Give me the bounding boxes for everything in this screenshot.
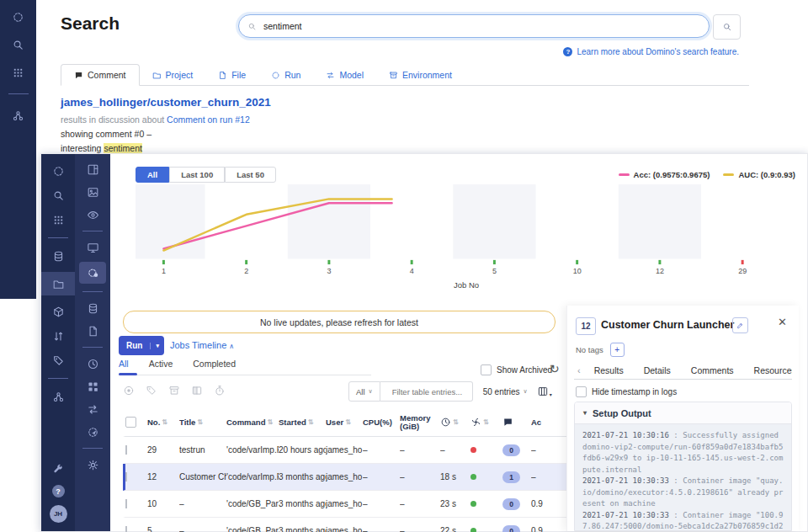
tab-project[interactable]: Project bbox=[140, 65, 206, 85]
sidebar-item-apps-publish-nav[interactable] bbox=[75, 378, 110, 395]
sidebar-item-transfers-nav[interactable] bbox=[41, 327, 75, 344]
chevron-down-icon: ∨ bbox=[524, 388, 528, 395]
sort-icon[interactable]: ⇅ bbox=[308, 418, 314, 426]
sort-icon[interactable]: ⇅ bbox=[162, 418, 167, 426]
sidebar-item-projects-nav[interactable] bbox=[41, 272, 75, 295]
sidebar-item-models-nav[interactable] bbox=[41, 303, 75, 320]
jobs-tab-completed[interactable]: Completed bbox=[193, 359, 236, 369]
close-icon[interactable]: ✕ bbox=[778, 316, 787, 328]
tabs-scroll-left-icon[interactable]: ‹ bbox=[574, 365, 584, 375]
cell-cpu: – bbox=[363, 526, 400, 532]
sidebar-item-tags-nav[interactable] bbox=[41, 352, 75, 369]
table-filter-input[interactable] bbox=[391, 386, 466, 397]
timer-icon[interactable] bbox=[214, 385, 226, 396]
learn-more-link[interactable]: ? Learn more about Domino's search featu… bbox=[563, 47, 739, 56]
sidebar-item-jobs-nav[interactable] bbox=[79, 262, 106, 284]
sidebar-item-files-nav[interactable] bbox=[75, 322, 110, 339]
panel-tab-resources[interactable]: Resources bbox=[744, 365, 792, 375]
hardware-tier-column[interactable]: ⇅ bbox=[470, 417, 502, 428]
table-row[interactable]: 12 Customer Churn Launcher 'code/varImp.… bbox=[123, 464, 569, 491]
duration-column[interactable]: ⇅ bbox=[440, 417, 470, 428]
sidebar-item-project-data-nav[interactable] bbox=[75, 300, 110, 317]
jobs-tab-all[interactable]: All bbox=[119, 359, 129, 369]
sort-icon[interactable]: ⇅ bbox=[267, 418, 273, 426]
row-checkbox[interactable] bbox=[125, 526, 127, 532]
jobs-timeline-toggle[interactable]: Jobs Timeline ∧ bbox=[170, 340, 234, 350]
sidebar-item-domino-logo[interactable] bbox=[41, 162, 75, 179]
run-button[interactable]: Run ▾ bbox=[119, 336, 164, 355]
sort-icon[interactable]: ⇅ bbox=[483, 418, 489, 426]
select-all-checkbox[interactable] bbox=[125, 417, 136, 428]
column-started[interactable]: Started⇅ bbox=[279, 418, 326, 427]
cell-no: 10 bbox=[147, 499, 179, 508]
sidebar-item-launchers-nav[interactable] bbox=[75, 423, 110, 440]
hide-timestamp-checkbox[interactable] bbox=[576, 386, 587, 397]
panel-tab-results[interactable]: Results bbox=[584, 365, 634, 375]
help-icon[interactable]: ? bbox=[52, 485, 65, 497]
panel-tab-comments[interactable]: Comments bbox=[681, 365, 744, 375]
chart-tab-all[interactable]: All bbox=[136, 167, 169, 183]
chart-tab-last-100[interactable]: Last 100 bbox=[169, 167, 225, 183]
sidebar-item-visibility-nav[interactable] bbox=[75, 206, 110, 223]
column-picker-button[interactable]: ▾ bbox=[537, 386, 552, 397]
setup-output-header[interactable]: ▾ Setup Output bbox=[575, 402, 791, 424]
page-size-dropdown[interactable]: 50 entries ∨ bbox=[483, 387, 528, 396]
tag-icon[interactable] bbox=[146, 385, 157, 396]
tab-file[interactable]: File bbox=[205, 65, 258, 85]
sidebar-item-project-settings-nav[interactable] bbox=[75, 456, 110, 473]
sort-icon[interactable]: ⇅ bbox=[453, 418, 459, 426]
table-filter-box[interactable] bbox=[380, 381, 473, 402]
run-dropdown-caret-icon[interactable]: ▾ bbox=[150, 343, 164, 349]
sort-icon[interactable]: ⇅ bbox=[197, 418, 203, 426]
sidebar-item-search-nav[interactable] bbox=[41, 187, 75, 204]
table-row[interactable]: 5 – 'code/GB_Param' 3 months ago james_h… bbox=[123, 518, 569, 532]
table-row[interactable]: 10 – 'code/GB_Param' 3 months ago james_… bbox=[123, 491, 569, 518]
tab-environment[interactable]: Environment bbox=[376, 65, 465, 85]
log-entry: 2021-07-21 10:30:33 : Container image "q… bbox=[582, 476, 784, 510]
table-row[interactable]: 29 testrun 'code/varImp.R' 20 hours ago … bbox=[123, 437, 569, 464]
tab-model[interactable]: Model bbox=[313, 65, 376, 85]
sidebar-item-workspaces-nav[interactable] bbox=[75, 239, 110, 256]
user-avatar[interactable]: JH bbox=[50, 505, 67, 523]
result-run-link[interactable]: on run #12 bbox=[205, 114, 250, 125]
sidebar-item-overview-nav[interactable] bbox=[75, 161, 110, 178]
chart-tab-last-50[interactable]: Last 50 bbox=[225, 167, 276, 183]
row-checkbox[interactable] bbox=[125, 472, 127, 481]
column-no-[interactable]: No.⇅ bbox=[147, 418, 179, 427]
edit-title-button[interactable] bbox=[732, 317, 748, 333]
sort-icon[interactable]: ⇅ bbox=[345, 418, 351, 426]
sidebar-item-model-apis-nav[interactable] bbox=[75, 401, 110, 418]
add-tag-button[interactable]: + bbox=[610, 343, 625, 357]
column-command[interactable]: Command⇅ bbox=[226, 418, 279, 427]
record-icon[interactable] bbox=[123, 385, 135, 396]
global-search-box[interactable] bbox=[238, 14, 710, 38]
column-title[interactable]: Title⇅ bbox=[179, 418, 226, 427]
sidebar-item-data-nav[interactable] bbox=[41, 247, 75, 264]
sidebar-item-organization-nav[interactable] bbox=[41, 388, 75, 405]
search-result[interactable]: james_hollinger/customer_churn_2021 resu… bbox=[61, 96, 271, 157]
tab-run[interactable]: Run bbox=[258, 65, 313, 85]
sidebar-item-apps-nav[interactable] bbox=[41, 211, 75, 228]
row-checkbox[interactable] bbox=[125, 445, 127, 455]
jobs-tab-active[interactable]: Active bbox=[149, 359, 173, 369]
sidebar-item-results-nav[interactable] bbox=[75, 184, 110, 200]
search-input[interactable] bbox=[262, 20, 700, 32]
sidebar-item-admin[interactable] bbox=[50, 460, 67, 477]
tab-comment[interactable]: Comment bbox=[61, 64, 140, 86]
result-comment-link[interactable]: Comment bbox=[167, 114, 205, 125]
sidebar-item-scheduled-runs-nav[interactable] bbox=[75, 355, 110, 372]
archive-icon[interactable] bbox=[168, 385, 180, 396]
panel-tab-details[interactable]: Details bbox=[634, 365, 681, 375]
columns-icon[interactable] bbox=[191, 385, 203, 396]
result-title[interactable]: james_hollinger/customer_churn_2021 bbox=[61, 96, 271, 109]
filter-scope-dropdown[interactable]: All ∨ bbox=[348, 381, 380, 402]
search-submit-button[interactable] bbox=[713, 14, 741, 40]
sidebar-item-domino-logo[interactable] bbox=[0, 8, 36, 25]
sidebar-item-search-nav[interactable] bbox=[0, 36, 36, 53]
refresh-icon[interactable]: ↻ bbox=[550, 362, 560, 375]
show-archived-checkbox[interactable] bbox=[481, 364, 492, 375]
column-user[interactable]: User⇅ bbox=[326, 418, 363, 427]
sidebar-item-apps-nav[interactable] bbox=[0, 64, 36, 81]
sidebar-item-organization-nav[interactable] bbox=[0, 107, 36, 124]
row-checkbox[interactable] bbox=[125, 499, 127, 508]
